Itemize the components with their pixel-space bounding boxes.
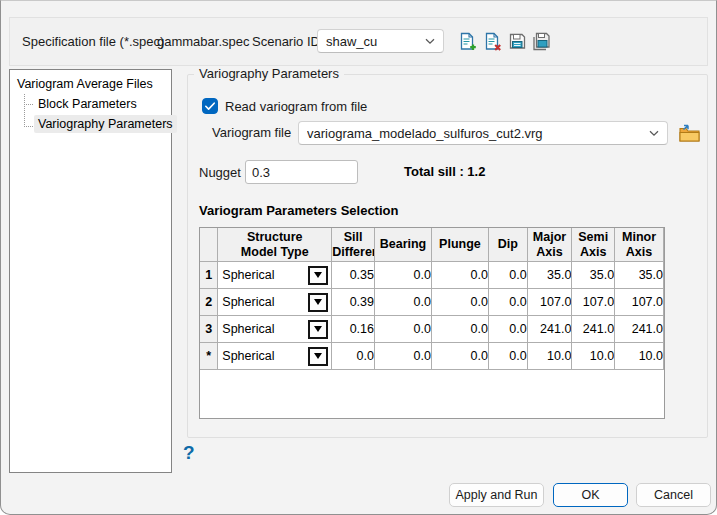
model-type-dropdown-button[interactable] xyxy=(308,266,328,285)
table-cell-bearing[interactable]: 0.0 xyxy=(375,262,432,289)
read-variogram-checkbox[interactable] xyxy=(202,98,218,114)
model-type-value: Spherical xyxy=(222,268,274,282)
table-cell-bearing[interactable]: 0.0 xyxy=(375,289,432,316)
table-cell-bearing[interactable]: 0.0 xyxy=(375,343,432,370)
table-cell-major[interactable]: 35.0 xyxy=(527,262,572,289)
table-row: 1Spherical0.350.00.00.035.035.035.0 xyxy=(200,262,664,289)
model-type-dropdown-button[interactable] xyxy=(308,293,328,312)
column-header-model: Structure Model Type xyxy=(218,228,332,262)
help-icon[interactable]: ? xyxy=(183,442,195,464)
table-cell-minor[interactable]: 35.0 xyxy=(615,262,664,289)
table-cell-plunge[interactable]: 0.0 xyxy=(431,289,488,316)
column-header-sill: Sill Differential xyxy=(332,228,375,262)
table-cell-semi[interactable]: 107.0 xyxy=(572,289,615,316)
row-header: 2 xyxy=(200,289,218,316)
variography-parameters-group: Variography Parameters Read variogram fr… xyxy=(187,74,708,438)
open-folder-icon xyxy=(678,124,701,143)
row-header: 3 xyxy=(200,316,218,343)
specification-bar: Specification file (*.spec) gammabar.spe… xyxy=(9,17,708,66)
row-header: * xyxy=(200,343,218,370)
table-cell-major[interactable]: 107.0 xyxy=(527,289,572,316)
cancel-button[interactable]: Cancel xyxy=(636,483,711,507)
variogram-table: Structure Model TypeSill DifferentialBea… xyxy=(199,227,664,370)
read-variogram-checkbox-row: Read variogram from file xyxy=(202,98,367,114)
model-type-value: Spherical xyxy=(222,322,274,336)
tree-item-variography-parameters[interactable]: Variography Parameters xyxy=(34,115,177,133)
table-cell-model[interactable]: Spherical xyxy=(218,289,332,316)
variogram-file-value: variograma_modelado_sulfuros_cut2.vrg xyxy=(307,126,543,141)
column-header-bearing: Bearing xyxy=(375,228,432,262)
navigation-tree: Variogram Average Files Block Parameters… xyxy=(9,69,172,473)
scenario-id-combobox[interactable]: shaw_cu xyxy=(317,29,444,53)
spec-file-value: gammabar.spec xyxy=(157,34,250,49)
save-icon[interactable] xyxy=(506,29,528,53)
table-cell-major[interactable]: 10.0 xyxy=(527,343,572,370)
table-title: Variogram Parameters Selection xyxy=(199,203,398,218)
table-cell-plunge[interactable]: 0.0 xyxy=(431,343,488,370)
table-cell-model[interactable]: Spherical xyxy=(218,262,332,289)
table-cell-sill[interactable]: 0.0 xyxy=(332,343,375,370)
scenario-id-value: shaw_cu xyxy=(326,34,377,49)
group-title: Variography Parameters xyxy=(194,66,344,81)
tree-item-block-parameters[interactable]: Block Parameters xyxy=(34,95,141,113)
model-type-dropdown-button[interactable] xyxy=(308,320,328,339)
table-cell-sill[interactable]: 0.16 xyxy=(332,316,375,343)
table-cell-sill[interactable]: 0.35 xyxy=(332,262,375,289)
table-corner-header xyxy=(200,228,218,262)
table-row: 2Spherical0.390.00.00.0107.0107.0107.0 xyxy=(200,289,664,316)
table-cell-dip[interactable]: 0.0 xyxy=(488,262,527,289)
table-cell-model[interactable]: Spherical xyxy=(218,316,332,343)
dropdown-arrow-icon xyxy=(314,272,322,278)
table-cell-plunge[interactable]: 0.0 xyxy=(431,262,488,289)
apply-and-run-button[interactable]: Apply and Run xyxy=(449,483,544,507)
table-cell-dip[interactable]: 0.0 xyxy=(488,316,527,343)
delete-scenario-icon[interactable] xyxy=(481,29,503,53)
column-header-minor: Minor Axis xyxy=(615,228,664,262)
variogram-table-widget: Structure Model TypeSill DifferentialBea… xyxy=(199,227,665,419)
table-cell-major[interactable]: 241.0 xyxy=(527,316,572,343)
table-cell-bearing[interactable]: 0.0 xyxy=(375,316,432,343)
table-cell-model[interactable]: Spherical xyxy=(218,343,332,370)
browse-folder-button[interactable] xyxy=(675,121,703,145)
save-as-icon[interactable] xyxy=(530,29,552,53)
chevron-down-icon xyxy=(649,130,659,137)
nugget-label: Nugget xyxy=(199,165,241,180)
tree-item-variogram-average-files[interactable]: Variogram Average Files xyxy=(13,75,157,93)
column-header-semi: Semi Axis xyxy=(572,228,615,262)
scenario-id-label: Scenario ID xyxy=(252,34,320,49)
table-cell-dip[interactable]: 0.0 xyxy=(488,343,527,370)
dropdown-arrow-icon xyxy=(314,299,322,305)
chevron-down-icon xyxy=(425,38,435,45)
variogram-file-combobox[interactable]: variograma_modelado_sulfuros_cut2.vrg xyxy=(298,121,668,145)
table-cell-minor[interactable]: 241.0 xyxy=(615,316,664,343)
row-header: 1 xyxy=(200,262,218,289)
column-header-dip: Dip xyxy=(488,228,527,262)
model-type-value: Spherical xyxy=(222,349,274,363)
model-type-dropdown-button[interactable] xyxy=(308,347,328,366)
dropdown-arrow-icon xyxy=(314,353,322,359)
add-scenario-icon[interactable] xyxy=(456,29,478,53)
table-cell-sill[interactable]: 0.39 xyxy=(332,289,375,316)
table-cell-plunge[interactable]: 0.0 xyxy=(431,316,488,343)
spec-file-label: Specification file (*.spec) xyxy=(22,34,164,49)
variogram-file-label: Variogram file xyxy=(212,125,291,140)
tree-connector xyxy=(24,94,25,127)
total-sill-label: Total sill : 1.2 xyxy=(404,164,485,179)
model-type-value: Spherical xyxy=(222,295,274,309)
table-cell-minor[interactable]: 10.0 xyxy=(615,343,664,370)
column-header-plunge: Plunge xyxy=(431,228,488,262)
table-cell-semi[interactable]: 35.0 xyxy=(572,262,615,289)
table-cell-dip[interactable]: 0.0 xyxy=(488,289,527,316)
table-row: *Spherical0.00.00.00.010.010.010.0 xyxy=(200,343,664,370)
tree-connector xyxy=(24,104,33,105)
ok-button[interactable]: OK xyxy=(553,483,628,507)
dialog-window: Specification file (*.spec) gammabar.spe… xyxy=(0,0,717,515)
table-cell-semi[interactable]: 241.0 xyxy=(572,316,615,343)
nugget-input[interactable] xyxy=(245,160,358,184)
tree-connector xyxy=(24,126,33,127)
read-variogram-label[interactable]: Read variogram from file xyxy=(225,99,367,114)
table-cell-minor[interactable]: 107.0 xyxy=(615,289,664,316)
dropdown-arrow-icon xyxy=(314,326,322,332)
table-cell-semi[interactable]: 10.0 xyxy=(572,343,615,370)
table-row: 3Spherical0.160.00.00.0241.0241.0241.0 xyxy=(200,316,664,343)
